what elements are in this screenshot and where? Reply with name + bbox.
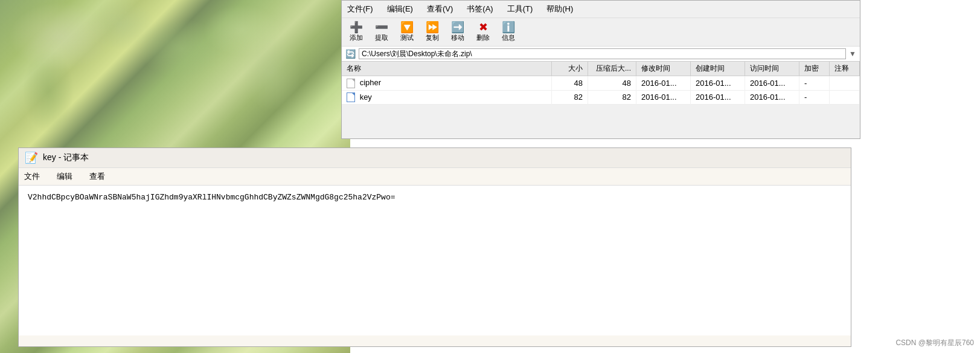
file-compressed-key: 82 [588,90,636,105]
path-arrow-icon: 🔄 [345,49,356,59]
toolbar-move-button[interactable]: ➡️ 移动 [447,21,469,44]
menu-edit[interactable]: 编辑(E) [385,2,415,16]
col-comment[interactable]: 注释 [830,62,860,76]
col-compressed[interactable]: 压缩后大... [588,62,636,76]
test-label: 测试 [400,33,414,42]
extract-label: 提取 [375,33,388,42]
table-row[interactable]: key 82 82 2016-01... 2016-01... 2016-01.… [342,90,860,105]
csdn-watermark: CSDN @黎明有星辰760 [895,338,974,348]
file-table-container: 名称 大小 压缩后大... 修改时间 创建时间 访问时间 加密 注释 ciphe… [342,62,860,105]
file-size-cipher: 48 [552,76,588,91]
notepad-titlebar: 📝 key - 记事本 [19,148,851,168]
notepad-menu-view[interactable]: 查看 [87,170,107,183]
path-bar: 🔄 ▼ [342,47,860,62]
add-label: 添加 [350,33,363,42]
toolbar-add-button[interactable]: ➕ 添加 [345,21,367,44]
winrar-menubar: 文件(F) 编辑(E) 查看(V) 书签(A) 工具(T) 帮助(H) [342,1,860,18]
file-size-key: 82 [552,90,588,105]
delete-icon: ✖ [479,22,488,33]
test-icon: 🔽 [400,22,414,33]
move-icon: ➡️ [451,22,464,33]
notepad-menubar: 文件 编辑 查看 [19,168,851,186]
toolbar-test-button[interactable]: 🔽 测试 [396,21,418,44]
winrar-toolbar: ➕ 添加 ➖ 提取 🔽 测试 ⏩ 复制 ➡️ 移动 ✖ 删除 ℹ️ 信息 [342,18,860,47]
menu-tools[interactable]: 工具(T) [505,2,536,16]
notepad-menu-file[interactable]: 文件 [22,170,42,183]
table-row[interactable]: cipher 48 48 2016-01... 2016-01... 2016-… [342,76,860,91]
file-accessed-key: 2016-01... [745,90,799,105]
move-label: 移动 [451,33,464,42]
col-accessed[interactable]: 访问时间 [745,62,799,76]
notepad-title: key - 记事本 [43,152,89,163]
toolbar-extract-button[interactable]: ➖ 提取 [371,21,392,44]
col-modified[interactable]: 修改时间 [636,62,691,76]
file-accessed-cipher: 2016-01... [745,76,799,91]
file-compressed-cipher: 48 [588,76,636,91]
path-dropdown-icon[interactable]: ▼ [849,50,856,58]
menu-view[interactable]: 查看(V) [424,2,455,16]
file-created-key: 2016-01... [691,90,745,105]
file-icon-cipher [347,79,355,88]
file-encrypted-key: - [799,90,830,105]
file-table: 名称 大小 压缩后大... 修改时间 创建时间 访问时间 加密 注释 ciphe… [342,62,860,105]
delete-label: 删除 [476,33,490,42]
add-icon: ➕ [350,22,363,33]
copy-label: 复制 [426,33,439,42]
file-modified-key: 2016-01... [636,90,691,105]
toolbar-delete-button[interactable]: ✖ 删除 [472,21,494,44]
notepad-window: 📝 key - 记事本 文件 编辑 查看 V2hhdCBpcyBOaWNraSB… [18,147,851,347]
file-name-key: key [342,90,552,105]
col-encrypted[interactable]: 加密 [799,62,830,76]
col-size[interactable]: 大小 [552,62,588,76]
menu-file[interactable]: 文件(F) [345,2,376,16]
file-created-cipher: 2016-01... [691,76,745,91]
file-modified-cipher: 2016-01... [636,76,691,91]
extract-icon: ➖ [375,22,388,33]
winrar-window: 文件(F) 编辑(E) 查看(V) 书签(A) 工具(T) 帮助(H) ➕ 添加… [341,0,860,139]
notepad-menu-edit[interactable]: 编辑 [54,170,75,183]
toolbar-info-button[interactable]: ℹ️ 信息 [498,21,519,44]
file-encrypted-cipher: - [799,76,830,91]
file-icon-key [347,92,355,102]
file-comment-cipher [830,76,860,91]
menu-help[interactable]: 帮助(H) [544,2,575,16]
col-name[interactable]: 名称 [342,62,552,76]
copy-icon: ⏩ [426,22,439,33]
table-header-row: 名称 大小 压缩后大... 修改时间 创建时间 访问时间 加密 注释 [342,62,860,76]
info-label: 信息 [502,33,515,42]
toolbar-copy-button[interactable]: ⏩ 复制 [421,21,443,44]
info-icon: ℹ️ [502,22,515,33]
col-created[interactable]: 创建时间 [691,62,745,76]
notepad-app-icon: 📝 [25,151,38,164]
notepad-content[interactable]: V2hhdCBpcyBOaWNraSBNaW5hajIGZhdm9yaXRlIH… [19,186,851,335]
path-input[interactable] [359,48,846,59]
menu-bookmark[interactable]: 书签(A) [464,2,495,16]
file-name-cipher: cipher [342,76,552,91]
file-comment-key [830,90,860,105]
